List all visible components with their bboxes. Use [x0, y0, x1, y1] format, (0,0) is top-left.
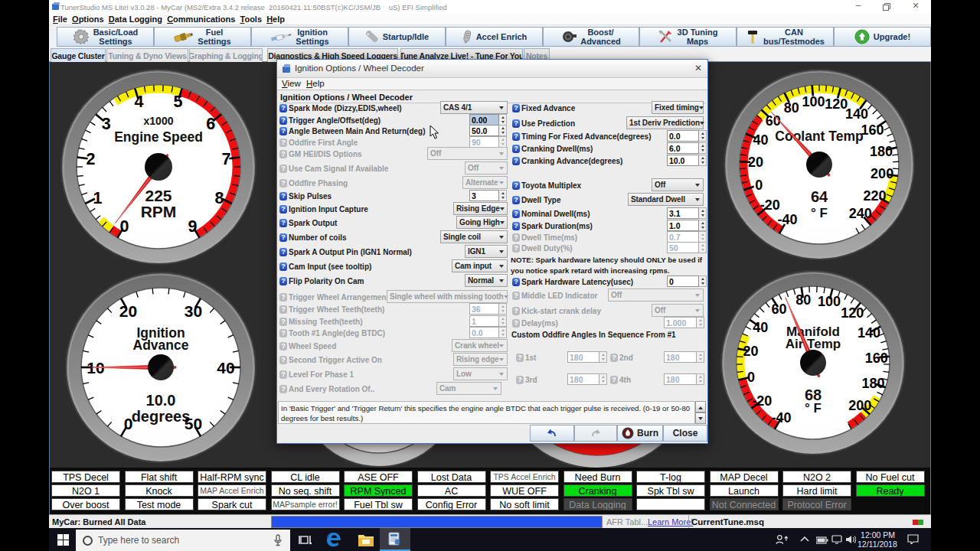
svg-text:5: 5 — [173, 93, 182, 111]
svg-text:RPM: RPM — [140, 203, 176, 220]
svg-text:-20: -20 — [760, 197, 780, 213]
svg-text:2: 2 — [86, 150, 95, 168]
svg-text:140: 140 — [858, 325, 880, 341]
svg-text:-40: -40 — [771, 410, 791, 425]
svg-text:60: 60 — [772, 302, 787, 317]
svg-text:100: 100 — [818, 294, 841, 309]
svg-text:20: 20 — [119, 302, 137, 320]
svg-text:7: 7 — [221, 150, 230, 168]
svg-text:Advance: Advance — [133, 337, 189, 353]
svg-text:x1000: x1000 — [143, 115, 173, 127]
svg-text:-40: -40 — [777, 212, 797, 227]
svg-text:80: 80 — [795, 292, 811, 308]
svg-text:0: 0 — [755, 178, 763, 193]
svg-text:225: 225 — [145, 187, 172, 204]
svg-text:4: 4 — [134, 93, 143, 111]
svg-text:° F: ° F — [811, 206, 828, 220]
svg-text:160: 160 — [861, 122, 884, 138]
svg-text:100: 100 — [802, 94, 825, 109]
svg-text:30: 30 — [185, 302, 202, 320]
svg-text:80: 80 — [784, 100, 799, 116]
svg-text:20: 20 — [743, 344, 758, 359]
svg-text:0: 0 — [119, 217, 129, 236]
svg-text:40: 40 — [217, 359, 234, 377]
svg-text:220: 220 — [864, 188, 887, 204]
svg-text:3: 3 — [101, 115, 110, 133]
svg-text:200: 200 — [848, 398, 871, 413]
svg-text:180: 180 — [870, 144, 893, 159]
svg-text:-20: -20 — [752, 393, 772, 409]
svg-text:20: 20 — [748, 155, 763, 170]
svg-text:40: 40 — [753, 320, 768, 335]
svg-text:degrees: degrees — [132, 408, 191, 425]
svg-text:180: 180 — [862, 376, 885, 391]
svg-text:Engine Speed: Engine Speed — [114, 129, 203, 145]
svg-text:240: 240 — [849, 206, 872, 221]
svg-text:140: 140 — [845, 106, 868, 122]
svg-text:8: 8 — [214, 189, 224, 207]
svg-text:160: 160 — [865, 350, 888, 366]
svg-text:10.0: 10.0 — [146, 392, 176, 409]
svg-text:64: 64 — [811, 188, 828, 205]
svg-text:Air Temp: Air Temp — [786, 337, 841, 351]
svg-text:40: 40 — [753, 132, 768, 148]
svg-text:° F: ° F — [805, 401, 822, 416]
svg-text:60: 60 — [766, 113, 781, 129]
svg-text:120: 120 — [825, 96, 848, 112]
svg-text:0: 0 — [747, 370, 755, 385]
svg-text:9: 9 — [188, 217, 197, 236]
svg-text:1: 1 — [93, 189, 102, 207]
svg-text:120: 120 — [841, 305, 864, 321]
svg-text:6: 6 — [206, 115, 215, 133]
svg-text:200: 200 — [871, 166, 893, 181]
